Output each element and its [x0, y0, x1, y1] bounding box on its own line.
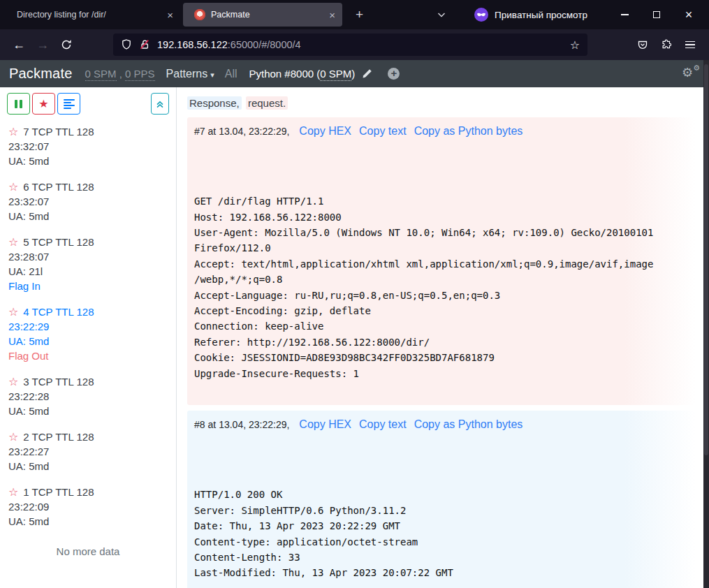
packet-time: 23:32:07: [8, 139, 168, 154]
request-card: #7 at 13.04, 23:22:29, Copy HEX Copy tex…: [187, 117, 696, 405]
url-bar[interactable]: 192.168.56.122:65000/#/8000/4 ☆: [113, 34, 587, 56]
favorite-star-icon[interactable]: ☆: [8, 376, 18, 388]
legend-response-chip: Response,: [187, 96, 242, 110]
copy-text-link[interactable]: Copy text: [359, 418, 407, 431]
maximize-button[interactable]: [641, 3, 673, 27]
tracking-protection-shield-icon[interactable]: [121, 39, 132, 50]
settings-gears-icon[interactable]: ⚙⚙: [682, 66, 700, 82]
packet-timestamp: at 13.04, 23:22:29,: [208, 126, 290, 137]
packet-time: 23:22:27: [8, 444, 168, 459]
packet-time: 23:22:09: [8, 499, 168, 514]
favorite-star-icon[interactable]: ☆: [8, 307, 18, 318]
favorite-star-icon[interactable]: ☆: [8, 182, 18, 193]
packet-item[interactable]: ☆ 7 TCP TTL 128 23:32:07 UA: 5md: [8, 124, 168, 168]
favorite-star-icon[interactable]: ☆: [8, 237, 18, 248]
scroll-to-top-button[interactable]: [151, 93, 169, 115]
copy-hex-link[interactable]: Copy HEX: [299, 125, 351, 138]
add-service-button[interactable]: +: [388, 68, 400, 80]
close-window-button[interactable]: ×: [673, 3, 705, 27]
favorite-star-icon[interactable]: ☆: [8, 487, 18, 498]
copy-text-link[interactable]: Copy text: [359, 125, 407, 138]
packmate-header: Packmate 0 SPM , 0 PPS Patterns▾ All Pyt…: [0, 60, 709, 87]
packet-title-row: ☆ 2 TCP TTL 128: [8, 429, 168, 444]
request-card-header: #7 at 13.04, 23:22:29, Copy HEX Copy tex…: [194, 125, 689, 138]
tab-close-icon[interactable]: ×: [329, 9, 335, 21]
app-menu-hamburger-icon[interactable]: [678, 34, 702, 56]
packet-time: 23:22:28: [8, 389, 168, 404]
packet-user-agent: UA: 5md: [8, 459, 168, 473]
edit-service-pencil-icon[interactable]: [362, 68, 372, 79]
copy-hex-link[interactable]: Copy HEX: [299, 418, 351, 431]
sidebar-no-more-data: No more data: [0, 545, 176, 557]
response-card-header: #8 at 13.04, 23:22:29, Copy HEX Copy tex…: [194, 418, 689, 431]
double-chevron-up-icon: [155, 99, 165, 109]
packet-user-agent: UA: 5md: [8, 404, 168, 418]
new-tab-button[interactable]: +: [351, 7, 368, 22]
brand-title[interactable]: Packmate: [9, 66, 73, 82]
list-view-button[interactable]: [57, 93, 80, 115]
http-line: Referer: http://192.168.56.122:8000/dir/: [194, 335, 689, 350]
back-button[interactable]: ←: [7, 34, 31, 56]
http-line: Firefox/112.0: [194, 240, 689, 256]
spm-stat: 0 SPM: [85, 68, 117, 81]
copy-python-bytes-link[interactable]: Copy as Python bytes: [414, 418, 523, 431]
favorites-filter-button[interactable]: ★: [32, 93, 55, 115]
packet-user-agent: UA: 5md: [8, 334, 168, 348]
packet-title: 6 TCP TTL 128: [23, 179, 94, 194]
http-response-body: HTTP/1.0 200 OKServer: SimpleHTTP/0.6 Py…: [194, 440, 689, 581]
packet-number: #8: [194, 419, 205, 430]
packet-title-row: ☆ 3 TCP TTL 128: [8, 374, 168, 389]
list-all-tabs-chevron-icon[interactable]: [437, 10, 446, 20]
packet-title: 1 TCP TTL 128: [23, 485, 94, 499]
all-services-menu[interactable]: All: [225, 68, 237, 80]
packet-title-row: ☆ 4 TCP TTL 128: [8, 304, 168, 319]
packet-detail-pane: Response, request. #7 at 13.04, 23:22:29…: [177, 87, 709, 588]
private-browsing-label: Приватный просмотр: [495, 10, 587, 20]
active-service-label[interactable]: Python #8000 (0 SPM): [249, 68, 356, 80]
pocket-icon[interactable]: [631, 34, 655, 56]
packet-list: ☆ 7 TCP TTL 128 23:32:07 UA: 5md ☆ 6 TCP…: [0, 115, 176, 529]
http-request-body: GET /dir/flag HTTP/1.1Host: 192.168.56.1…: [194, 147, 689, 381]
insecure-connection-lock-icon[interactable]: [139, 39, 150, 50]
http-line: Accept-Encoding: gzip, deflate: [194, 303, 689, 318]
packet-item[interactable]: ☆ 1 TCP TTL 128 23:22:09 UA: 5md: [8, 485, 168, 529]
packet-item[interactable]: ☆ 5 TCP TTL 128 23:28:07 UA: 21l Flag In: [8, 235, 168, 293]
http-line: Date: Thu, 13 Apr 2023 20:22:29 GMT: [194, 518, 689, 534]
favorite-star-icon[interactable]: ☆: [8, 126, 18, 138]
private-mask-icon: [474, 8, 488, 22]
packet-item[interactable]: ☆ 2 TCP TTL 128 23:22:27 UA: 5md: [8, 429, 168, 473]
scrollbar-thumb[interactable]: [704, 64, 708, 455]
packet-timestamp: at 13.04, 23:22:29,: [208, 419, 290, 430]
packet-number: #7: [194, 126, 205, 137]
extensions-puzzle-icon[interactable]: [655, 34, 678, 56]
tab-packmate[interactable]: Packmate ×: [183, 3, 342, 27]
packet-flag-label: Flag Out: [8, 348, 168, 363]
star-filled-icon: ★: [38, 97, 48, 110]
minimize-button[interactable]: [608, 3, 641, 27]
http-line: /webp,*/*;q=0.8: [194, 272, 689, 287]
http-line: Accept-Language: ru-RU,ru;q=0.8,en-US;q=…: [194, 288, 689, 303]
reload-button[interactable]: [54, 34, 78, 56]
tab-close-icon[interactable]: ×: [167, 9, 173, 21]
pause-capture-button[interactable]: [7, 93, 30, 115]
packet-title-row: ☆ 7 TCP TTL 128: [8, 124, 168, 139]
copy-python-bytes-link[interactable]: Copy as Python bytes: [414, 125, 523, 138]
packet-user-agent: UA: 21l: [8, 264, 168, 279]
tab-directory-listing[interactable]: Directory listing for /dir/ ×: [6, 3, 180, 27]
tab-title: Packmate: [211, 10, 323, 20]
packet-title: 7 TCP TTL 128: [23, 124, 94, 139]
favorite-star-icon[interactable]: ☆: [8, 432, 18, 443]
patterns-menu[interactable]: Patterns▾: [166, 68, 214, 80]
packet-item[interactable]: ☆ 3 TCP TTL 128 23:22:28 UA: 5md: [8, 374, 168, 418]
http-line: Host: 192.168.56.122:8000: [194, 210, 689, 225]
packet-user-agent: UA: 5md: [8, 209, 168, 223]
page-scrollbar[interactable]: [703, 60, 709, 588]
forward-button[interactable]: →: [31, 34, 54, 56]
packet-item[interactable]: ☆ 6 TCP TTL 128 23:32:07 UA: 5md: [8, 179, 168, 223]
caret-down-icon: ▾: [210, 71, 214, 79]
bookmark-star-icon[interactable]: ☆: [570, 38, 580, 52]
packet-title: 2 TCP TTL 128: [23, 429, 94, 444]
packet-item[interactable]: ☆ 4 TCP TTL 128 23:22:29 UA: 5md Flag Ou…: [8, 304, 168, 363]
packet-flag-label: Flag In: [8, 279, 168, 293]
firefox-window: Directory listing for /dir/ × Packmate ×…: [0, 0, 709, 588]
